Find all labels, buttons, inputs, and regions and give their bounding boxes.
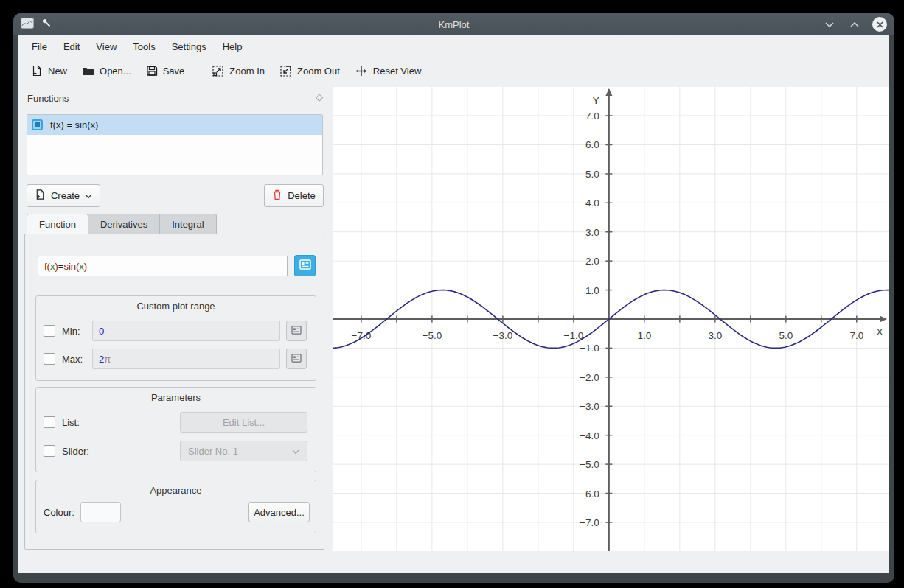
dock-title: Functions bbox=[18, 93, 69, 104]
circle-close-icon bbox=[872, 17, 887, 32]
equation-input[interactable]: f(x) = sin(x) bbox=[38, 256, 288, 276]
zoom-in-button[interactable]: Zoom In bbox=[204, 61, 272, 81]
chevron-down-icon bbox=[824, 18, 835, 31]
zoom-out-button[interactable]: Zoom Out bbox=[272, 61, 347, 81]
app-icon bbox=[21, 18, 34, 32]
plot-canvas[interactable]: −7.0−5.0−3.0−1.01.03.05.07.07.06.05.04.0… bbox=[333, 87, 889, 551]
axis-tick-label: −5.0 bbox=[580, 459, 599, 470]
toolbar-label: Open... bbox=[100, 66, 131, 77]
value-part: 0 bbox=[99, 326, 104, 337]
chevron-down-icon bbox=[292, 446, 299, 457]
open-button[interactable]: Open... bbox=[74, 62, 139, 80]
axis-tick-label: Y bbox=[593, 95, 599, 106]
value-part: 2 bbox=[99, 354, 104, 365]
colour-label: Colour: bbox=[44, 507, 74, 518]
reset-view-button[interactable]: Reset View bbox=[347, 61, 429, 81]
chevron-down-icon bbox=[85, 190, 92, 201]
delete-button[interactable]: Delete bbox=[264, 184, 324, 207]
parameters-group: Parameters List: Edit List... Slider: Sl… bbox=[35, 387, 316, 472]
value-part: sin( bbox=[63, 261, 79, 272]
x-axis-arrow bbox=[880, 316, 887, 323]
reset-view-icon bbox=[355, 65, 368, 77]
new-document-icon bbox=[31, 65, 43, 77]
y-axis-arrow bbox=[605, 88, 612, 96]
function-visible-checkbox[interactable] bbox=[32, 119, 43, 130]
list-label: List: bbox=[62, 417, 80, 428]
appearance-group: Appearance Colour: Advanced... bbox=[35, 480, 316, 533]
tab-function[interactable]: Function bbox=[27, 214, 88, 234]
new-button[interactable]: New bbox=[24, 61, 74, 80]
minimize-button[interactable] bbox=[822, 17, 837, 32]
maximize-button[interactable] bbox=[847, 17, 862, 32]
menu-view[interactable]: View bbox=[88, 38, 125, 55]
menu-bar: FileEditViewToolsSettingsHelp bbox=[18, 35, 889, 57]
max-editor-button[interactable] bbox=[286, 349, 307, 369]
axis-tick-label: 3.0 bbox=[708, 330, 722, 341]
axis-tick-label: −7.0 bbox=[352, 330, 372, 341]
axis-tick-label: −3.0 bbox=[580, 401, 599, 412]
tab-integral[interactable]: Integral bbox=[160, 214, 216, 234]
title-bar[interactable]: KmPlot bbox=[13, 13, 894, 35]
function-list[interactable]: f(x) = sin(x) bbox=[27, 114, 323, 175]
min-editor-button[interactable] bbox=[286, 321, 307, 341]
advanced-button[interactable]: Advanced... bbox=[248, 502, 310, 522]
menu-file[interactable]: File bbox=[24, 38, 55, 55]
toolbar-separator bbox=[198, 63, 198, 79]
slider-checkbox[interactable] bbox=[44, 445, 55, 457]
axis-tick-label: 2.0 bbox=[585, 256, 599, 267]
axis-tick-label: 7.0 bbox=[849, 330, 863, 341]
toolbar-label: Zoom Out bbox=[297, 66, 340, 77]
save-button[interactable]: Save bbox=[139, 61, 192, 80]
create-label: Create bbox=[51, 190, 80, 201]
min-checkbox[interactable] bbox=[44, 325, 55, 337]
edit-list-button[interactable]: Edit List... bbox=[180, 412, 307, 433]
close-button[interactable] bbox=[872, 17, 887, 32]
max-checkbox[interactable] bbox=[44, 353, 55, 365]
menu-help[interactable]: Help bbox=[215, 38, 251, 55]
equation-editor-icon bbox=[299, 259, 311, 273]
max-label: Max: bbox=[62, 354, 83, 365]
list-checkbox[interactable] bbox=[44, 416, 55, 428]
slider-label: Slider: bbox=[62, 446, 89, 457]
custom-plot-range-group: Custom plot range Min: 0 Max: 2π bbox=[35, 295, 316, 381]
menu-settings[interactable]: Settings bbox=[164, 38, 215, 55]
window-title: KmPlot bbox=[13, 19, 894, 30]
zoom-in-icon bbox=[212, 65, 224, 77]
app-window: KmPlot FileEditViewToolsSettingsHelp New… bbox=[13, 13, 894, 583]
function-list-item[interactable]: f(x) = sin(x) bbox=[27, 115, 322, 135]
axis-tick-label: −3.0 bbox=[493, 330, 513, 341]
plot-area[interactable]: −7.0−5.0−3.0−1.01.03.05.07.07.06.05.04.0… bbox=[333, 87, 889, 551]
colour-swatch-button[interactable] bbox=[80, 502, 121, 522]
menu-edit[interactable]: Edit bbox=[55, 38, 88, 55]
new-document-icon bbox=[35, 189, 46, 203]
group-title: Appearance bbox=[36, 480, 316, 496]
axis-tick-label: 1.0 bbox=[637, 330, 651, 341]
dock-header: Functions ◇ bbox=[18, 87, 332, 109]
function-label: f(x) = sin(x) bbox=[50, 119, 98, 130]
menu-tools[interactable]: Tools bbox=[125, 38, 163, 55]
zoom-out-icon bbox=[279, 65, 292, 77]
axis-tick-label: 1.0 bbox=[585, 285, 599, 296]
axis-tick-label: −5.0 bbox=[423, 330, 442, 341]
max-input[interactable]: 2π bbox=[92, 349, 280, 369]
value-part: f( bbox=[44, 261, 50, 272]
group-title: Parameters bbox=[36, 388, 316, 403]
equation-editor-icon bbox=[291, 324, 302, 337]
create-button[interactable]: Create bbox=[27, 184, 100, 207]
value-part: π bbox=[104, 354, 111, 365]
function-tab-panel: f(x) = sin(x) Custom plot range Min: 0 M… bbox=[24, 234, 324, 550]
axis-tick-label: 5.0 bbox=[779, 330, 793, 341]
min-input[interactable]: 0 bbox=[92, 321, 280, 341]
equation-editor-icon bbox=[291, 352, 302, 365]
axis-tick-label: 6.0 bbox=[585, 139, 599, 150]
axis-tick-label: −7.0 bbox=[580, 517, 599, 528]
float-dock-icon[interactable]: ◇ bbox=[316, 91, 323, 102]
pin-icon[interactable] bbox=[41, 18, 52, 31]
tab-derivatives[interactable]: Derivatives bbox=[88, 214, 160, 234]
toolbar: NewOpen...SaveZoom InZoom OutReset View bbox=[18, 57, 889, 84]
axis-tick-label: −4.0 bbox=[580, 430, 599, 441]
slider-select[interactable]: Slider No. 1 bbox=[180, 441, 307, 461]
axis-tick-label: 4.0 bbox=[585, 197, 599, 209]
equation-editor-button[interactable] bbox=[294, 255, 316, 276]
axis-tick-label: X bbox=[876, 326, 883, 337]
